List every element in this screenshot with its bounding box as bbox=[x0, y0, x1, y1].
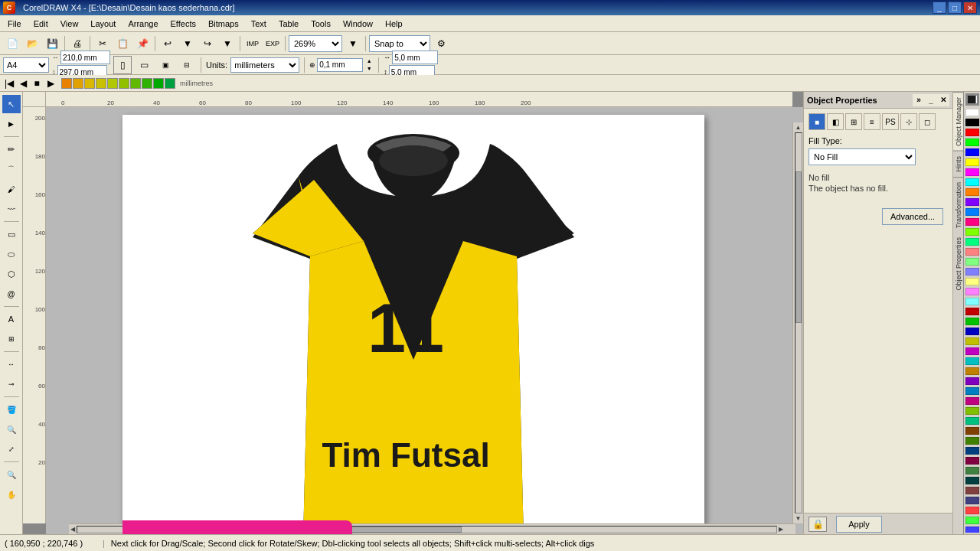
maximize-button[interactable]: □ bbox=[948, 2, 962, 14]
palette-swatch-26[interactable] bbox=[965, 367, 979, 375]
lock-button[interactable]: 🔒 bbox=[808, 517, 827, 532]
palette-swatch-9[interactable] bbox=[965, 198, 979, 206]
color-chip-7[interactable] bbox=[130, 78, 141, 89]
color-chip-3[interactable] bbox=[84, 78, 95, 89]
palette-swatch-30[interactable] bbox=[965, 407, 979, 415]
palette-swatch-29[interactable] bbox=[965, 397, 979, 405]
color-chip-5[interactable] bbox=[107, 78, 118, 89]
color-chip-2[interactable] bbox=[73, 78, 83, 89]
palette-swatch-14[interactable] bbox=[965, 248, 979, 256]
color-chip-6[interactable] bbox=[119, 78, 129, 89]
scroll-right[interactable]: ▶ bbox=[779, 526, 783, 533]
menu-view[interactable]: View bbox=[54, 18, 85, 30]
artistic-tool[interactable]: 🖌 bbox=[2, 180, 21, 198]
play-start[interactable]: |◀ bbox=[3, 77, 15, 90]
fill-mesh-icon[interactable]: ⊹ bbox=[900, 113, 917, 130]
tab-transformation[interactable]: Transformation bbox=[953, 177, 964, 233]
play-stop[interactable]: ■ bbox=[31, 77, 43, 90]
menu-effects[interactable]: Effects bbox=[165, 18, 202, 30]
palette-swatch-11[interactable] bbox=[965, 218, 979, 226]
palette-swatch-16[interactable] bbox=[965, 268, 979, 276]
fill-type-select[interactable]: No Fill bbox=[808, 148, 916, 165]
import-button[interactable]: IMP bbox=[243, 34, 262, 53]
tab-object-properties[interactable]: Object Properties bbox=[953, 233, 964, 295]
panel-close[interactable]: ✕ bbox=[937, 94, 949, 106]
print-button[interactable]: 🖨 bbox=[68, 34, 87, 53]
palette-swatch-20[interactable] bbox=[965, 308, 979, 315]
palette-swatch-21[interactable] bbox=[965, 318, 979, 325]
palette-swatch-40[interactable] bbox=[965, 507, 979, 514]
panel-minimize[interactable]: _ bbox=[925, 94, 937, 106]
color-chip-4[interactable] bbox=[96, 78, 106, 89]
menu-text[interactable]: Text bbox=[245, 18, 273, 30]
palette-swatch-10[interactable] bbox=[965, 208, 979, 216]
text-tool[interactable]: A bbox=[2, 310, 21, 328]
palette-swatch-41[interactable] bbox=[965, 517, 979, 524]
zoom-dropdown[interactable]: ▼ bbox=[344, 34, 362, 53]
palette-swatch-23[interactable] bbox=[965, 337, 979, 345]
portrait-button[interactable]: ▯ bbox=[113, 56, 132, 74]
eyedropper-tool[interactable]: 🔍 bbox=[2, 420, 21, 439]
bezier-tool[interactable]: ⌒ bbox=[2, 160, 21, 178]
color-chip-1[interactable] bbox=[61, 78, 72, 89]
table-tool[interactable]: ⊞ bbox=[2, 330, 21, 348]
palette-swatch-1[interactable] bbox=[965, 119, 979, 126]
fill-tool[interactable]: 🪣 bbox=[2, 400, 21, 419]
zoom-tool[interactable]: 🔍 bbox=[2, 465, 21, 484]
palette-swatch-38[interactable] bbox=[965, 487, 979, 494]
palette-swatch-3[interactable] bbox=[965, 139, 979, 146]
connector-tool[interactable]: ⊸ bbox=[2, 375, 21, 393]
fill-stroke-icon[interactable]: ◻ bbox=[919, 113, 936, 130]
redo-button[interactable]: ↪ bbox=[198, 34, 217, 53]
palette-swatch-13[interactable] bbox=[965, 238, 979, 246]
minimize-button[interactable]: _ bbox=[933, 2, 946, 14]
no-color-swatch[interactable] bbox=[965, 93, 979, 106]
blend-tool[interactable]: ⤢ bbox=[2, 440, 21, 458]
palette-swatch-37[interactable] bbox=[965, 477, 979, 484]
scroll-down[interactable]: ▼ bbox=[795, 515, 802, 522]
palette-swatch-34[interactable] bbox=[965, 447, 979, 455]
fill-pattern-icon[interactable]: ⊞ bbox=[845, 113, 862, 130]
menu-window[interactable]: Window bbox=[337, 18, 379, 30]
cut-button[interactable]: ✂ bbox=[93, 34, 112, 53]
zoom-select[interactable]: 269% bbox=[289, 35, 342, 52]
panel-expand[interactable]: » bbox=[913, 94, 925, 106]
save-button[interactable]: 💾 bbox=[43, 34, 61, 53]
ellipse-tool[interactable]: ⬭ bbox=[2, 245, 21, 263]
palette-swatch-2[interactable] bbox=[965, 129, 979, 136]
menu-edit[interactable]: Edit bbox=[28, 18, 54, 30]
freehand-tool[interactable]: ✏ bbox=[2, 140, 21, 158]
select-tool[interactable]: ↖ bbox=[2, 95, 21, 113]
palette-swatch-36[interactable] bbox=[965, 467, 979, 474]
palette-swatch-33[interactable] bbox=[965, 437, 979, 445]
menu-arrange[interactable]: Arrange bbox=[122, 18, 164, 30]
palette-swatch-0[interactable] bbox=[965, 109, 979, 116]
palette-swatch-4[interactable] bbox=[965, 148, 979, 156]
color-chip-8[interactable] bbox=[142, 78, 152, 89]
palette-swatch-32[interactable] bbox=[965, 427, 979, 435]
page-canvas[interactable]: 11 Tim Futsal bbox=[122, 115, 704, 534]
play-next[interactable]: ▶ bbox=[44, 77, 57, 90]
palette-swatch-24[interactable] bbox=[965, 347, 979, 355]
vertical-scrollbar[interactable]: ▲ ▼ bbox=[792, 122, 803, 523]
snap-select[interactable]: Snap to bbox=[369, 35, 430, 52]
color-chip-10[interactable] bbox=[165, 78, 175, 89]
smear-tool[interactable]: 〰 bbox=[2, 200, 21, 218]
scroll-up[interactable]: ▲ bbox=[795, 124, 802, 131]
advanced-button[interactable]: Advanced... bbox=[882, 208, 943, 225]
nudge-input[interactable] bbox=[317, 58, 363, 72]
palette-swatch-5[interactable] bbox=[965, 158, 979, 166]
redo-dropdown[interactable]: ▼ bbox=[218, 34, 237, 53]
palette-swatch-7[interactable] bbox=[965, 178, 979, 186]
dimension-tool[interactable]: ↔ bbox=[2, 355, 21, 373]
palette-swatch-17[interactable] bbox=[965, 278, 979, 285]
grid-x-input[interactable] bbox=[392, 51, 438, 64]
undo-button[interactable]: ↩ bbox=[158, 34, 177, 53]
palette-swatch-15[interactable] bbox=[965, 258, 979, 266]
fill-uniform-icon[interactable]: ■ bbox=[808, 113, 825, 130]
menu-layout[interactable]: Layout bbox=[84, 18, 122, 30]
paste-button[interactable]: 📌 bbox=[133, 34, 152, 53]
nudge-down[interactable]: ▼ bbox=[364, 65, 374, 73]
landscape-button[interactable]: ▭ bbox=[135, 56, 153, 74]
color-chip-9[interactable] bbox=[153, 78, 164, 89]
